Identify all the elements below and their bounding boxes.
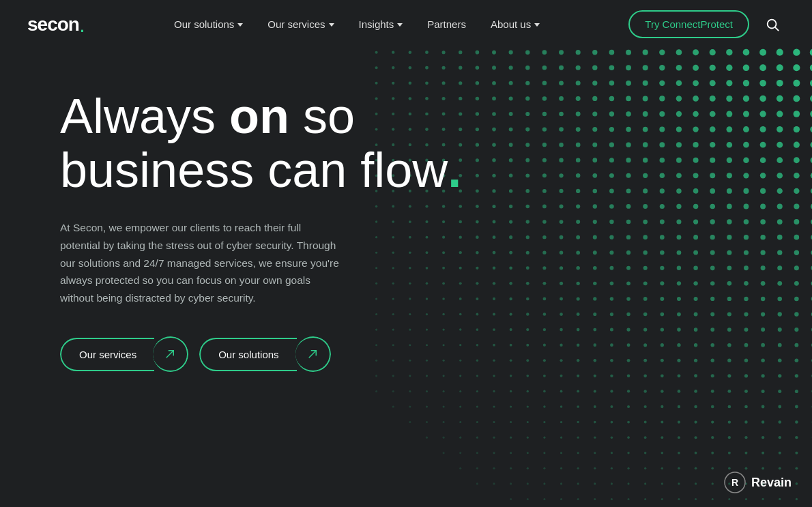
svg-point-793	[661, 452, 664, 454]
svg-point-291	[525, 173, 530, 177]
hero-headline-bold: on	[229, 89, 289, 143]
svg-point-463	[593, 266, 597, 270]
svg-point-458	[509, 266, 512, 270]
svg-point-542	[510, 313, 512, 315]
svg-point-62	[442, 50, 446, 54]
svg-point-771	[695, 436, 697, 439]
svg-point-764	[577, 437, 579, 439]
svg-point-219	[726, 126, 732, 132]
svg-point-384	[676, 220, 681, 224]
svg-point-464	[610, 266, 614, 270]
svg-point-320	[542, 189, 547, 193]
svg-point-72	[609, 50, 615, 55]
svg-point-767	[627, 436, 630, 439]
our-services-button[interactable]: Our services	[60, 336, 188, 372]
svg-point-474	[777, 265, 782, 270]
search-button[interactable]	[760, 12, 785, 37]
svg-point-659	[594, 375, 596, 377]
svg-point-151	[525, 96, 530, 100]
svg-point-220	[743, 126, 749, 132]
svg-point-352	[609, 204, 614, 209]
svg-point-517	[560, 297, 563, 300]
svg-point-99	[592, 66, 597, 70]
svg-point-95	[525, 66, 530, 70]
svg-point-443	[727, 250, 731, 255]
svg-point-344	[476, 205, 479, 208]
svg-point-839	[678, 482, 680, 484]
svg-point-577	[626, 328, 630, 332]
svg-point-334	[777, 188, 783, 194]
svg-point-865	[779, 498, 781, 500]
svg-point-461	[560, 266, 563, 270]
svg-point-599	[526, 344, 529, 347]
svg-point-218	[710, 126, 716, 132]
svg-point-519	[593, 297, 596, 300]
svg-point-658	[577, 375, 579, 377]
svg-point-155	[592, 96, 597, 101]
svg-point-489	[560, 282, 563, 285]
our-solutions-button[interactable]: Our solutions	[199, 336, 330, 372]
svg-point-265	[559, 158, 563, 162]
svg-point-359	[727, 204, 732, 209]
nav-item-partners[interactable]: Partners	[418, 13, 476, 35]
logo[interactable]: secon .	[27, 14, 85, 35]
svg-point-82	[777, 49, 783, 56]
svg-point-543	[526, 313, 529, 315]
svg-point-614	[778, 343, 782, 347]
svg-point-419	[794, 235, 800, 240]
svg-point-550	[643, 313, 648, 317]
svg-point-679	[459, 390, 461, 392]
svg-point-324	[609, 189, 614, 194]
svg-point-360	[744, 204, 749, 209]
svg-point-608	[677, 343, 680, 347]
svg-point-355	[660, 204, 665, 209]
svg-point-108	[743, 64, 750, 71]
svg-point-503	[794, 281, 799, 286]
svg-point-807	[510, 467, 512, 469]
svg-point-250	[777, 142, 783, 148]
svg-point-138	[777, 80, 783, 87]
svg-point-83	[793, 49, 800, 56]
svg-point-724	[762, 405, 765, 409]
svg-point-748	[728, 420, 731, 423]
nav-item-services[interactable]: Our services	[258, 13, 343, 35]
chevron-down-icon	[329, 23, 334, 27]
nav-right: Try ConnectProtect	[628, 10, 785, 38]
svg-point-288	[476, 174, 479, 177]
svg-point-487	[526, 282, 530, 285]
navbar: secon . Our solutions Our services Insig…	[0, 0, 812, 48]
svg-point-766	[611, 436, 613, 438]
svg-point-401	[493, 235, 496, 239]
svg-point-742	[627, 421, 630, 424]
nav-item-solutions[interactable]: Our solutions	[164, 13, 252, 35]
svg-point-136	[743, 80, 749, 86]
svg-point-739	[577, 421, 579, 423]
svg-point-167	[793, 96, 800, 102]
svg-point-495	[660, 281, 664, 285]
nav-item-insights[interactable]: Insights	[349, 13, 413, 35]
svg-point-752	[795, 420, 798, 424]
svg-point-523	[660, 297, 664, 301]
svg-point-649	[426, 375, 428, 377]
svg-point-188	[676, 111, 682, 117]
svg-point-89	[425, 66, 429, 70]
nav-item-about[interactable]: About us	[481, 13, 549, 35]
svg-point-799	[762, 452, 764, 454]
svg-point-813	[611, 467, 613, 469]
svg-point-662	[643, 375, 647, 378]
svg-point-661	[627, 375, 630, 378]
svg-point-190	[710, 111, 716, 117]
svg-point-712	[560, 405, 563, 408]
svg-point-432	[542, 251, 546, 255]
revain-label: Revain	[751, 476, 792, 490]
svg-point-493	[626, 281, 630, 285]
svg-point-731	[443, 421, 445, 423]
try-connectprotect-button[interactable]: Try ConnectProtect	[628, 10, 749, 38]
svg-point-716	[627, 405, 630, 408]
svg-point-607	[661, 343, 664, 347]
svg-point-796	[711, 452, 714, 454]
svg-point-698	[778, 390, 781, 393]
svg-point-785	[527, 452, 529, 454]
svg-point-540	[476, 313, 478, 316]
svg-point-856	[628, 498, 630, 500]
